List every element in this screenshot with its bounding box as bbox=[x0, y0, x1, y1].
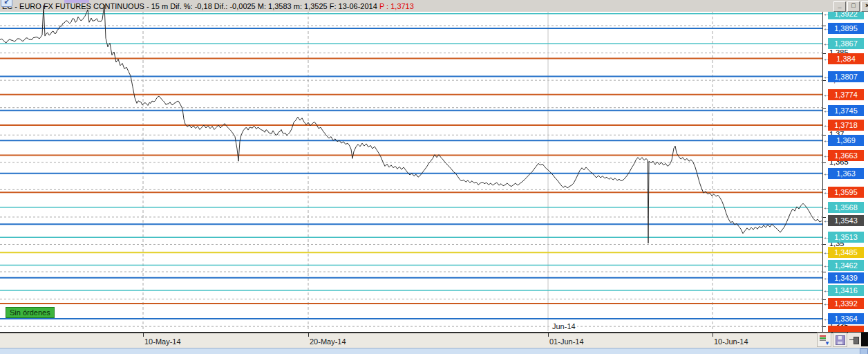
chart-toolbar: ▼ bbox=[817, 333, 868, 347]
level-arrow-icon: ← bbox=[823, 216, 830, 225]
level-arrow-icon: ← bbox=[823, 169, 830, 178]
price-level-label[interactable]: 1,3595 bbox=[828, 187, 864, 198]
price-level-label[interactable]: 1,3895 bbox=[828, 23, 864, 34]
scrollbar-thumb[interactable] bbox=[860, 348, 868, 354]
price-level-label[interactable]: 1,3364 bbox=[828, 313, 864, 324]
price-axis-tick bbox=[822, 162, 826, 163]
level-arrow-icon: ← bbox=[823, 136, 830, 145]
level-arrow-icon: ← bbox=[823, 151, 830, 160]
chart-title-main: EC - EURO FX FUTURES CONTINUOUS - 15 m D… bbox=[2, 2, 377, 10]
price-level-label[interactable]: 1,3462 bbox=[828, 260, 864, 271]
price-axis-tick bbox=[822, 326, 826, 327]
date-axis: 10-May-1420-May-1401-Jun-1410-Jun-14 bbox=[0, 332, 868, 349]
horizontal-scrollbar[interactable] bbox=[0, 348, 868, 354]
price-level-label[interactable]: 1,3807 bbox=[828, 71, 864, 82]
price-level-label[interactable]: 1,369 bbox=[828, 135, 864, 146]
save-icon bbox=[836, 335, 845, 345]
date-axis-tick bbox=[308, 333, 309, 337]
price-axis: 1,3851,381,371,3651,351,335←1,3922←1,389… bbox=[822, 0, 868, 332]
level-arrow-icon: ← bbox=[823, 203, 830, 212]
level-arrow-icon: ← bbox=[823, 299, 830, 308]
price-level-label[interactable]: 1,3867 bbox=[828, 38, 864, 49]
level-arrow-icon: ← bbox=[823, 54, 830, 63]
date-axis-tick bbox=[143, 333, 144, 337]
cropped-panel-fragment bbox=[861, 333, 868, 346]
level-arrow-icon: ← bbox=[823, 314, 830, 323]
level-arrow-icon: ← bbox=[823, 90, 830, 99]
price-axis-tick bbox=[822, 244, 826, 245]
arrow-down-icon: ▼ bbox=[824, 341, 830, 346]
price-level-label[interactable]: 1,3543 bbox=[828, 215, 864, 226]
pin-button[interactable] bbox=[848, 333, 862, 347]
date-axis-tick bbox=[713, 333, 713, 337]
chart-settings-button[interactable]: ▼ bbox=[817, 333, 831, 347]
month-annotation: Jun-14 bbox=[551, 322, 577, 330]
window-controls: _ □ × bbox=[833, 1, 868, 12]
level-arrow-icon: ← bbox=[823, 120, 830, 129]
maximize-button[interactable]: □ bbox=[847, 1, 860, 12]
price-level-label[interactable] bbox=[828, 326, 864, 332]
price-level-label[interactable]: 1,3774 bbox=[828, 89, 864, 100]
price-level-label[interactable]: 1,3439 bbox=[828, 272, 864, 283]
price-level-label[interactable]: 1,3568 bbox=[828, 202, 864, 213]
close-button[interactable]: × bbox=[861, 1, 868, 12]
price-level-label[interactable]: 1,384 bbox=[828, 53, 864, 64]
price-level-label[interactable]: 1,3663 bbox=[828, 150, 864, 161]
price-level-label[interactable]: 1,3513 bbox=[828, 232, 864, 243]
date-axis-label: 01-Jun-14 bbox=[549, 337, 584, 346]
chart-title-reference-price: P : 1,3713 bbox=[379, 2, 414, 10]
level-arrow-icon: ← bbox=[823, 72, 830, 81]
price-level-label[interactable]: 1,3718 bbox=[828, 120, 864, 131]
trading-chart-window: EC - EURO FX FUTURES CONTINUOUS - 15 m D… bbox=[0, 0, 868, 354]
scroll-back-button[interactable]: ↙ bbox=[1, 0, 12, 7]
price-chart bbox=[0, 0, 822, 332]
price-level-label[interactable]: 1,363 bbox=[828, 168, 864, 179]
level-arrow-icon: ← bbox=[823, 273, 830, 282]
date-axis-label: 10-May-14 bbox=[144, 337, 181, 346]
level-arrow-icon: ← bbox=[823, 286, 830, 295]
price-level-label[interactable]: 1,3485 bbox=[828, 247, 864, 258]
price-level-label[interactable]: 1,3416 bbox=[828, 285, 864, 296]
level-arrow-icon: ← bbox=[823, 39, 830, 48]
no-orders-badge: Sin órdenes bbox=[6, 307, 55, 318]
level-arrow-icon: ← bbox=[823, 248, 830, 257]
date-axis-label: 10-Jun-14 bbox=[714, 337, 748, 346]
price-level-label[interactable]: 1,3745 bbox=[828, 105, 864, 116]
level-arrow-icon: ← bbox=[823, 187, 830, 196]
price-level-label[interactable]: 1,3392 bbox=[828, 298, 864, 309]
level-arrow-icon: ← bbox=[823, 261, 830, 270]
minimize-button[interactable]: _ bbox=[833, 1, 846, 12]
level-arrow-icon: ← bbox=[823, 24, 830, 32]
level-arrow-icon: ← bbox=[823, 106, 830, 115]
save-button[interactable] bbox=[833, 333, 847, 347]
level-arrow-icon: ← bbox=[823, 232, 830, 241]
date-axis-tick bbox=[548, 333, 549, 337]
date-axis-label: 20-May-14 bbox=[310, 337, 346, 346]
chart-title: EC - EURO FX FUTURES CONTINUOUS - 15 m D… bbox=[2, 2, 414, 10]
